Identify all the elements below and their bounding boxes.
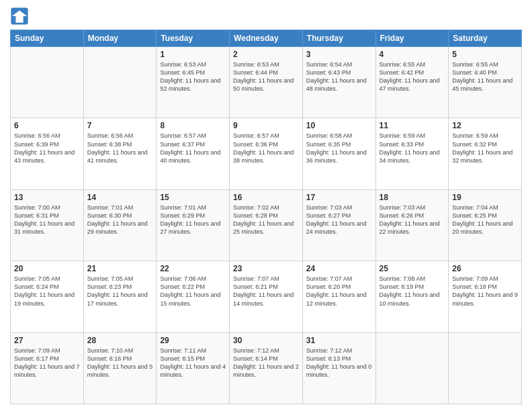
day-info: Sunrise: 6:53 AM Sunset: 6:45 PM Dayligh… <box>160 60 226 93</box>
day-number: 18 <box>380 193 445 202</box>
calendar-day-cell: 28Sunrise: 7:10 AM Sunset: 6:16 PM Dayli… <box>83 332 157 404</box>
calendar-day-cell: 26Sunrise: 7:09 AM Sunset: 6:18 PM Dayli… <box>449 261 522 332</box>
day-info: Sunrise: 6:58 AM Sunset: 6:35 PM Dayligh… <box>306 132 372 165</box>
day-number: 23 <box>233 264 299 273</box>
day-info: Sunrise: 7:03 AM Sunset: 6:27 PM Dayligh… <box>306 203 372 236</box>
day-of-week-header: Saturday <box>449 30 522 47</box>
day-number: 28 <box>87 336 153 345</box>
day-number: 10 <box>306 121 372 130</box>
calendar-day-cell: 29Sunrise: 7:11 AM Sunset: 6:15 PM Dayli… <box>157 332 230 404</box>
day-number: 12 <box>452 121 518 130</box>
day-info: Sunrise: 7:05 AM Sunset: 6:24 PM Dayligh… <box>14 275 80 308</box>
day-number: 1 <box>160 50 226 59</box>
day-info: Sunrise: 6:57 AM Sunset: 6:36 PM Dayligh… <box>233 132 299 165</box>
day-info: Sunrise: 6:59 AM Sunset: 6:33 PM Dayligh… <box>380 132 445 165</box>
day-number: 26 <box>452 264 518 273</box>
day-of-week-header: Monday <box>83 30 157 47</box>
day-number: 11 <box>380 121 445 130</box>
day-info: Sunrise: 7:05 AM Sunset: 6:23 PM Dayligh… <box>87 275 153 308</box>
day-number: 17 <box>306 193 372 202</box>
day-info: Sunrise: 7:02 AM Sunset: 6:28 PM Dayligh… <box>233 203 299 236</box>
calendar-day-cell: 23Sunrise: 7:07 AM Sunset: 6:21 PM Dayli… <box>230 261 303 332</box>
day-number: 21 <box>87 264 153 273</box>
day-info: Sunrise: 7:12 AM Sunset: 6:14 PM Dayligh… <box>233 347 299 379</box>
day-number: 30 <box>233 336 299 345</box>
calendar-day-cell: 14Sunrise: 7:01 AM Sunset: 6:30 PM Dayli… <box>83 189 157 261</box>
calendar-day-cell: 12Sunrise: 6:59 AM Sunset: 6:32 PM Dayli… <box>449 118 522 189</box>
day-info: Sunrise: 6:59 AM Sunset: 6:32 PM Dayligh… <box>452 132 518 165</box>
day-info: Sunrise: 7:04 AM Sunset: 6:25 PM Dayligh… <box>452 203 518 236</box>
calendar-day-cell: 10Sunrise: 6:58 AM Sunset: 6:35 PM Dayli… <box>302 118 375 189</box>
day-info: Sunrise: 6:55 AM Sunset: 6:40 PM Dayligh… <box>452 60 518 93</box>
calendar-day-cell: 24Sunrise: 7:07 AM Sunset: 6:20 PM Dayli… <box>302 261 375 332</box>
day-number: 15 <box>160 193 226 202</box>
day-number: 6 <box>14 121 80 130</box>
day-of-week-header: Friday <box>375 30 449 47</box>
calendar-day-cell: 4Sunrise: 6:55 AM Sunset: 6:42 PM Daylig… <box>375 47 449 118</box>
calendar-header-row: SundayMondayTuesdayWednesdayThursdayFrid… <box>11 30 522 47</box>
calendar-day-cell: 20Sunrise: 7:05 AM Sunset: 6:24 PM Dayli… <box>11 261 84 332</box>
day-info: Sunrise: 6:56 AM Sunset: 6:38 PM Dayligh… <box>87 132 153 165</box>
calendar-day-cell: 2Sunrise: 6:53 AM Sunset: 6:44 PM Daylig… <box>230 47 303 118</box>
calendar-week-row: 20Sunrise: 7:05 AM Sunset: 6:24 PM Dayli… <box>11 261 522 332</box>
day-number: 7 <box>87 121 153 130</box>
day-number: 22 <box>160 264 226 273</box>
calendar-day-cell <box>375 332 449 404</box>
calendar-day-cell: 30Sunrise: 7:12 AM Sunset: 6:14 PM Dayli… <box>230 332 303 404</box>
day-info: Sunrise: 6:53 AM Sunset: 6:44 PM Dayligh… <box>233 60 299 93</box>
day-info: Sunrise: 7:08 AM Sunset: 6:19 PM Dayligh… <box>380 275 445 308</box>
day-info: Sunrise: 7:09 AM Sunset: 6:17 PM Dayligh… <box>14 347 80 379</box>
calendar-day-cell: 13Sunrise: 7:00 AM Sunset: 6:31 PM Dayli… <box>11 189 84 261</box>
day-number: 24 <box>306 264 372 273</box>
day-number: 5 <box>452 50 518 59</box>
header <box>10 7 522 26</box>
calendar-week-row: 6Sunrise: 6:56 AM Sunset: 6:39 PM Daylig… <box>11 118 522 189</box>
day-info: Sunrise: 6:56 AM Sunset: 6:39 PM Dayligh… <box>14 132 80 165</box>
day-number: 31 <box>306 336 372 345</box>
day-info: Sunrise: 6:57 AM Sunset: 6:37 PM Dayligh… <box>160 132 226 165</box>
day-of-week-header: Sunday <box>11 30 84 47</box>
day-info: Sunrise: 7:00 AM Sunset: 6:31 PM Dayligh… <box>14 203 80 236</box>
calendar-day-cell: 17Sunrise: 7:03 AM Sunset: 6:27 PM Dayli… <box>302 189 375 261</box>
calendar: SundayMondayTuesdayWednesdayThursdayFrid… <box>10 30 522 404</box>
calendar-day-cell: 16Sunrise: 7:02 AM Sunset: 6:28 PM Dayli… <box>230 189 303 261</box>
day-number: 19 <box>452 193 518 202</box>
day-number: 14 <box>87 193 153 202</box>
day-number: 8 <box>160 121 226 130</box>
calendar-day-cell: 7Sunrise: 6:56 AM Sunset: 6:38 PM Daylig… <box>83 118 157 189</box>
calendar-day-cell: 5Sunrise: 6:55 AM Sunset: 6:40 PM Daylig… <box>449 47 522 118</box>
day-number: 2 <box>233 50 299 59</box>
calendar-day-cell <box>83 47 157 118</box>
calendar-day-cell: 3Sunrise: 6:54 AM Sunset: 6:43 PM Daylig… <box>302 47 375 118</box>
calendar-day-cell: 15Sunrise: 7:01 AM Sunset: 6:29 PM Dayli… <box>157 189 230 261</box>
calendar-day-cell: 21Sunrise: 7:05 AM Sunset: 6:23 PM Dayli… <box>83 261 157 332</box>
day-of-week-header: Wednesday <box>230 30 303 47</box>
day-info: Sunrise: 7:01 AM Sunset: 6:30 PM Dayligh… <box>87 203 153 236</box>
calendar-day-cell: 27Sunrise: 7:09 AM Sunset: 6:17 PM Dayli… <box>11 332 84 404</box>
day-number: 13 <box>14 193 80 202</box>
day-number: 25 <box>380 264 445 273</box>
day-number: 20 <box>14 264 80 273</box>
day-number: 4 <box>380 50 445 59</box>
day-info: Sunrise: 7:06 AM Sunset: 6:22 PM Dayligh… <box>160 275 226 308</box>
calendar-day-cell: 1Sunrise: 6:53 AM Sunset: 6:45 PM Daylig… <box>157 47 230 118</box>
calendar-day-cell: 8Sunrise: 6:57 AM Sunset: 6:37 PM Daylig… <box>157 118 230 189</box>
day-info: Sunrise: 7:12 AM Sunset: 6:13 PM Dayligh… <box>306 347 372 379</box>
calendar-day-cell: 9Sunrise: 6:57 AM Sunset: 6:36 PM Daylig… <box>230 118 303 189</box>
day-info: Sunrise: 7:07 AM Sunset: 6:20 PM Dayligh… <box>306 275 372 308</box>
day-info: Sunrise: 6:54 AM Sunset: 6:43 PM Dayligh… <box>306 60 372 93</box>
calendar-day-cell: 31Sunrise: 7:12 AM Sunset: 6:13 PM Dayli… <box>302 332 375 404</box>
calendar-week-row: 1Sunrise: 6:53 AM Sunset: 6:45 PM Daylig… <box>11 47 522 118</box>
day-number: 27 <box>14 336 80 345</box>
calendar-day-cell: 11Sunrise: 6:59 AM Sunset: 6:33 PM Dayli… <box>375 118 449 189</box>
logo <box>10 7 32 26</box>
day-info: Sunrise: 7:07 AM Sunset: 6:21 PM Dayligh… <box>233 275 299 308</box>
calendar-day-cell <box>11 47 84 118</box>
day-number: 16 <box>233 193 299 202</box>
calendar-day-cell: 25Sunrise: 7:08 AM Sunset: 6:19 PM Dayli… <box>375 261 449 332</box>
day-info: Sunrise: 7:03 AM Sunset: 6:26 PM Dayligh… <box>380 203 445 236</box>
calendar-day-cell: 6Sunrise: 6:56 AM Sunset: 6:39 PM Daylig… <box>11 118 84 189</box>
day-info: Sunrise: 6:55 AM Sunset: 6:42 PM Dayligh… <box>380 60 445 93</box>
day-number: 29 <box>160 336 226 345</box>
day-number: 9 <box>233 121 299 130</box>
